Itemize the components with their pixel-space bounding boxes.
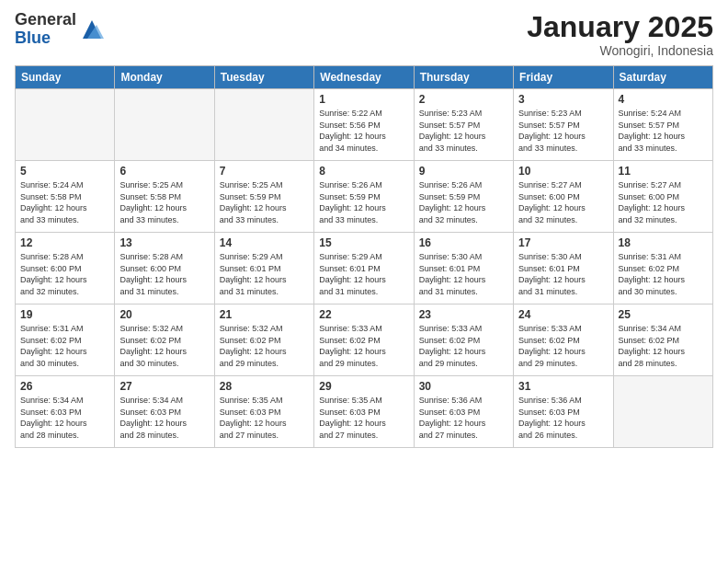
- calendar-cell: 10Sunrise: 5:27 AM Sunset: 6:00 PM Dayli…: [514, 161, 613, 233]
- calendar-cell: 19Sunrise: 5:31 AM Sunset: 6:02 PM Dayli…: [16, 304, 115, 376]
- calendar-cell: 12Sunrise: 5:28 AM Sunset: 6:00 PM Dayli…: [16, 233, 115, 304]
- calendar-week-4: 26Sunrise: 5:34 AM Sunset: 6:03 PM Dayli…: [16, 376, 713, 448]
- calendar-cell: 22Sunrise: 5:33 AM Sunset: 6:02 PM Dayli…: [314, 304, 414, 376]
- day-number: 9: [419, 165, 508, 178]
- day-info: Sunrise: 5:25 AM Sunset: 5:59 PM Dayligh…: [220, 179, 309, 225]
- day-info: Sunrise: 5:36 AM Sunset: 6:03 PM Dayligh…: [419, 395, 508, 441]
- calendar-cell: 23Sunrise: 5:33 AM Sunset: 6:02 PM Dayli…: [414, 304, 513, 376]
- day-info: Sunrise: 5:29 AM Sunset: 6:01 PM Dayligh…: [319, 251, 408, 297]
- day-number: 30: [419, 380, 508, 393]
- calendar-title: January 2025: [527, 11, 713, 43]
- calendar-cell: 8Sunrise: 5:26 AM Sunset: 5:59 PM Daylig…: [314, 161, 414, 233]
- day-number: 1: [319, 93, 408, 106]
- day-info: Sunrise: 5:24 AM Sunset: 5:57 PM Dayligh…: [619, 108, 708, 154]
- day-info: Sunrise: 5:33 AM Sunset: 6:02 PM Dayligh…: [319, 323, 408, 369]
- header-thursday: Thursday: [414, 66, 513, 89]
- calendar-cell: 1Sunrise: 5:22 AM Sunset: 5:56 PM Daylig…: [314, 89, 414, 161]
- day-number: 21: [220, 308, 309, 321]
- calendar-cell: 4Sunrise: 5:24 AM Sunset: 5:57 PM Daylig…: [613, 89, 712, 161]
- calendar-cell: 5Sunrise: 5:24 AM Sunset: 5:58 PM Daylig…: [16, 161, 115, 233]
- day-number: 3: [518, 93, 608, 106]
- calendar-cell: 7Sunrise: 5:25 AM Sunset: 5:59 PM Daylig…: [214, 161, 313, 233]
- calendar-cell: 18Sunrise: 5:31 AM Sunset: 6:02 PM Dayli…: [613, 233, 712, 304]
- day-info: Sunrise: 5:26 AM Sunset: 5:59 PM Dayligh…: [319, 179, 408, 225]
- calendar-cell: 14Sunrise: 5:29 AM Sunset: 6:01 PM Dayli…: [214, 233, 313, 304]
- calendar-cell: 28Sunrise: 5:35 AM Sunset: 6:03 PM Dayli…: [214, 376, 313, 448]
- day-info: Sunrise: 5:28 AM Sunset: 6:00 PM Dayligh…: [20, 251, 109, 297]
- calendar-cell: 21Sunrise: 5:32 AM Sunset: 6:02 PM Dayli…: [214, 304, 313, 376]
- day-info: Sunrise: 5:23 AM Sunset: 5:57 PM Dayligh…: [419, 108, 508, 154]
- day-number: 15: [319, 236, 408, 249]
- calendar-cell: 11Sunrise: 5:27 AM Sunset: 6:00 PM Dayli…: [613, 161, 712, 233]
- day-number: 17: [518, 236, 608, 249]
- calendar-cell: 9Sunrise: 5:26 AM Sunset: 5:59 PM Daylig…: [414, 161, 513, 233]
- day-info: Sunrise: 5:34 AM Sunset: 6:03 PM Dayligh…: [20, 395, 109, 441]
- calendar-cell: 31Sunrise: 5:36 AM Sunset: 6:03 PM Dayli…: [514, 376, 613, 448]
- day-number: 23: [419, 308, 508, 321]
- day-info: Sunrise: 5:28 AM Sunset: 6:00 PM Dayligh…: [119, 251, 209, 297]
- day-info: Sunrise: 5:29 AM Sunset: 6:01 PM Dayligh…: [220, 251, 309, 297]
- day-info: Sunrise: 5:34 AM Sunset: 6:03 PM Dayligh…: [119, 395, 209, 441]
- day-info: Sunrise: 5:31 AM Sunset: 6:02 PM Dayligh…: [20, 323, 109, 369]
- calendar-cell: [613, 376, 712, 448]
- day-info: Sunrise: 5:27 AM Sunset: 6:00 PM Dayligh…: [518, 179, 608, 225]
- header-sunday: Sunday: [16, 66, 115, 89]
- header-tuesday: Tuesday: [214, 66, 313, 89]
- day-number: 2: [419, 93, 508, 106]
- calendar-table: Sunday Monday Tuesday Wednesday Thursday…: [15, 65, 713, 448]
- day-info: Sunrise: 5:35 AM Sunset: 6:03 PM Dayligh…: [220, 395, 309, 441]
- day-number: 11: [619, 165, 708, 178]
- calendar-cell: 15Sunrise: 5:29 AM Sunset: 6:01 PM Dayli…: [314, 233, 414, 304]
- day-number: 5: [20, 165, 109, 178]
- day-info: Sunrise: 5:27 AM Sunset: 6:00 PM Dayligh…: [619, 179, 708, 225]
- logo-blue-text: Blue: [15, 29, 76, 48]
- calendar-week-0: 1Sunrise: 5:22 AM Sunset: 5:56 PM Daylig…: [16, 89, 713, 161]
- day-number: 19: [20, 308, 109, 321]
- calendar-cell: 2Sunrise: 5:23 AM Sunset: 5:57 PM Daylig…: [414, 89, 513, 161]
- header-saturday: Saturday: [613, 66, 712, 89]
- day-number: 29: [319, 380, 408, 393]
- day-number: 24: [518, 308, 608, 321]
- day-info: Sunrise: 5:23 AM Sunset: 5:57 PM Dayligh…: [518, 108, 608, 154]
- day-info: Sunrise: 5:24 AM Sunset: 5:58 PM Dayligh…: [20, 179, 109, 225]
- header-wednesday: Wednesday: [314, 66, 414, 89]
- calendar-week-2: 12Sunrise: 5:28 AM Sunset: 6:00 PM Dayli…: [16, 233, 713, 304]
- day-info: Sunrise: 5:35 AM Sunset: 6:03 PM Dayligh…: [319, 395, 408, 441]
- title-section: January 2025 Wonogiri, Indonesia: [527, 11, 713, 58]
- calendar-cell: 17Sunrise: 5:30 AM Sunset: 6:01 PM Dayli…: [514, 233, 613, 304]
- calendar-header-row: Sunday Monday Tuesday Wednesday Thursday…: [16, 66, 713, 89]
- day-number: 12: [20, 236, 109, 249]
- day-number: 25: [619, 308, 708, 321]
- day-number: 13: [119, 236, 209, 249]
- day-info: Sunrise: 5:33 AM Sunset: 6:02 PM Dayligh…: [419, 323, 508, 369]
- day-number: 31: [518, 380, 608, 393]
- calendar-cell: 29Sunrise: 5:35 AM Sunset: 6:03 PM Dayli…: [314, 376, 414, 448]
- day-number: 14: [220, 236, 309, 249]
- calendar-cell: 20Sunrise: 5:32 AM Sunset: 6:02 PM Dayli…: [115, 304, 214, 376]
- header-friday: Friday: [514, 66, 613, 89]
- day-info: Sunrise: 5:34 AM Sunset: 6:02 PM Dayligh…: [619, 323, 708, 369]
- header: General Blue January 2025 Wonogiri, Indo…: [15, 11, 713, 58]
- calendar-cell: 27Sunrise: 5:34 AM Sunset: 6:03 PM Dayli…: [115, 376, 214, 448]
- day-number: 6: [119, 165, 209, 178]
- calendar-week-3: 19Sunrise: 5:31 AM Sunset: 6:02 PM Dayli…: [16, 304, 713, 376]
- day-info: Sunrise: 5:32 AM Sunset: 6:02 PM Dayligh…: [119, 323, 209, 369]
- day-number: 20: [119, 308, 209, 321]
- day-number: 28: [220, 380, 309, 393]
- day-number: 27: [119, 380, 209, 393]
- page: General Blue January 2025 Wonogiri, Indo…: [0, 0, 728, 563]
- calendar-cell: 25Sunrise: 5:34 AM Sunset: 6:02 PM Dayli…: [613, 304, 712, 376]
- calendar-cell: 26Sunrise: 5:34 AM Sunset: 6:03 PM Dayli…: [16, 376, 115, 448]
- day-info: Sunrise: 5:31 AM Sunset: 6:02 PM Dayligh…: [619, 251, 708, 297]
- day-number: 16: [419, 236, 508, 249]
- day-number: 8: [319, 165, 408, 178]
- day-number: 7: [220, 165, 309, 178]
- header-monday: Monday: [115, 66, 214, 89]
- logo-general-text: General: [15, 11, 76, 29]
- calendar-cell: 6Sunrise: 5:25 AM Sunset: 5:58 PM Daylig…: [115, 161, 214, 233]
- calendar-cell: 30Sunrise: 5:36 AM Sunset: 6:03 PM Dayli…: [414, 376, 513, 448]
- day-number: 4: [619, 93, 708, 106]
- day-info: Sunrise: 5:32 AM Sunset: 6:02 PM Dayligh…: [220, 323, 309, 369]
- day-number: 18: [619, 236, 708, 249]
- calendar-subtitle: Wonogiri, Indonesia: [527, 43, 713, 58]
